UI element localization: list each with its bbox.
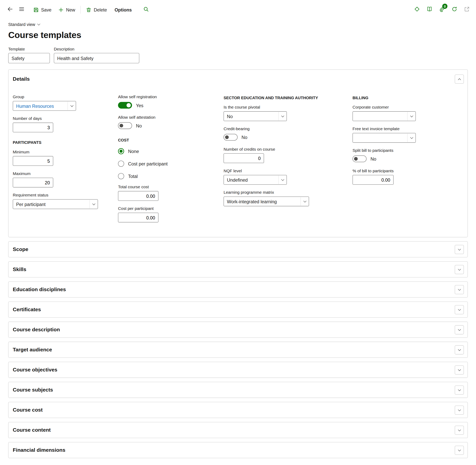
group-value: Human Resources — [16, 103, 54, 108]
save-button[interactable]: Save — [30, 4, 55, 16]
new-button[interactable]: New — [55, 4, 79, 16]
maximum-participants-input[interactable] — [13, 178, 53, 188]
bill-percentage-input[interactable] — [352, 175, 394, 185]
group-label: Group — [13, 95, 118, 99]
details-section: Details Group Human Resources Number of … — [8, 69, 468, 237]
allow-self-registration-label: Allow self registration — [118, 95, 224, 99]
refresh-button[interactable] — [451, 6, 457, 13]
open-in-new-window-button[interactable] — [464, 6, 470, 13]
learning-programme-matrix-combobox[interactable]: Work-integrated learning — [223, 196, 309, 206]
section-financial-dimensions[interactable]: Financial dimensions — [8, 442, 468, 458]
template-label: Template — [8, 47, 50, 51]
allow-self-attestation-toggle[interactable] — [118, 122, 132, 129]
description-label: Description — [54, 47, 139, 51]
expand-button[interactable] — [455, 425, 464, 435]
details-column-2: Allow self registration Yes Allow self a… — [118, 95, 224, 228]
section-course-cost[interactable]: Course cost — [8, 402, 468, 418]
diamond-button[interactable] — [414, 6, 420, 13]
credit-bearing-label: Credit-bearing — [223, 127, 352, 131]
search-button[interactable] — [140, 4, 152, 15]
allow-self-registration-toggle[interactable] — [118, 102, 132, 108]
section-course-objectives[interactable]: Course objectives — [8, 362, 468, 378]
minimum-participants-input[interactable] — [13, 156, 53, 166]
expand-button[interactable] — [455, 445, 464, 455]
allow-self-attestation-state: No — [136, 123, 142, 128]
diamond-icon — [414, 6, 420, 13]
expand-button[interactable] — [455, 285, 464, 294]
cost-option-per-participant-label: Cost per participant — [128, 161, 168, 166]
credit-bearing-state: No — [242, 135, 247, 140]
minimum-label: Minimum — [13, 150, 118, 154]
back-arrow-icon — [7, 6, 13, 13]
split-bill-toggle[interactable] — [352, 156, 367, 162]
credits-on-course-input[interactable] — [223, 153, 264, 163]
command-bar-right: 0 — [414, 6, 470, 13]
course-pivotal-value: No — [227, 114, 233, 119]
cost-per-participant-label: Cost per participant — [118, 206, 224, 211]
expand-button[interactable] — [455, 345, 464, 354]
expand-button[interactable] — [455, 325, 464, 334]
attachments-button[interactable]: 0 — [439, 6, 445, 13]
sitemap-menu-button[interactable] — [16, 4, 27, 15]
description-input[interactable] — [54, 53, 139, 63]
chevron-down-icon — [458, 448, 461, 451]
chevron-down-icon — [407, 134, 415, 142]
cost-option-none-radio[interactable]: None — [118, 147, 224, 155]
expand-button[interactable] — [455, 405, 464, 414]
free-text-invoice-template-label: Free text invoice template — [352, 127, 463, 131]
save-button-label: Save — [41, 7, 52, 12]
free-text-invoice-template-combobox[interactable] — [352, 133, 416, 143]
template-input[interactable] — [8, 53, 50, 63]
group-combobox[interactable]: Human Resources — [13, 101, 76, 111]
credit-bearing-toggle[interactable] — [223, 134, 238, 140]
section-scope[interactable]: Scope — [8, 241, 468, 257]
expand-button[interactable] — [455, 365, 464, 374]
delete-button[interactable]: Delete — [82, 4, 110, 16]
cost-per-participant-input[interactable] — [118, 213, 159, 222]
learning-programme-matrix-label: Learning programme matrix — [223, 190, 352, 195]
number-of-days-label: Number of days — [13, 116, 118, 121]
view-selector[interactable]: Standard view — [8, 22, 40, 27]
cost-option-per-participant-radio[interactable]: Cost per participant — [118, 160, 224, 168]
participants-group-header: PARTICIPANTS — [13, 140, 118, 145]
cost-group-header: COST — [118, 138, 224, 142]
trash-icon — [86, 7, 92, 13]
seta-group-header: SECTOR EDUCATION AND TRAINING AUTHORITY — [223, 95, 352, 100]
nqf-level-combobox[interactable]: Undefined — [223, 175, 287, 185]
section-course-subjects[interactable]: Course subjects — [8, 382, 468, 398]
chevron-down-icon — [458, 287, 461, 290]
corporate-customer-combobox[interactable] — [352, 111, 416, 121]
app-window: Save New Delete Options — [0, 0, 476, 465]
section-education-disciplines[interactable]: Education disciplines — [8, 281, 468, 298]
expand-button[interactable] — [455, 305, 464, 314]
total-course-cost-input[interactable] — [118, 191, 159, 201]
section-skills[interactable]: Skills — [8, 261, 468, 277]
number-of-days-input[interactable] — [13, 123, 53, 132]
cost-radio-group: None Cost per participant Total — [118, 147, 224, 180]
section-certificates[interactable]: Certificates — [8, 301, 468, 318]
expand-button[interactable] — [455, 245, 464, 254]
requirement-status-combobox[interactable]: Per participant — [13, 199, 98, 209]
expand-button[interactable] — [455, 265, 464, 274]
chevron-down-icon — [300, 197, 309, 206]
back-button[interactable] — [4, 4, 16, 15]
cost-option-total-radio[interactable]: Total — [118, 172, 224, 180]
options-tab[interactable]: Options — [110, 4, 136, 16]
expand-button[interactable] — [455, 385, 464, 394]
chevron-down-icon — [68, 102, 76, 110]
refresh-icon — [451, 6, 457, 13]
details-collapse-button[interactable] — [455, 74, 464, 84]
total-course-cost-label: Total course cost — [118, 185, 224, 189]
view-selector-label: Standard view — [8, 22, 35, 27]
bill-percentage-label: % of bill to participants — [352, 169, 463, 173]
section-course-content[interactable]: Course content — [8, 422, 468, 438]
chevron-down-icon — [37, 22, 40, 25]
course-pivotal-combobox[interactable]: No — [223, 111, 287, 121]
details-section-header: Details — [9, 70, 468, 84]
book-button[interactable] — [426, 6, 433, 13]
chevron-up-icon — [458, 78, 461, 81]
plus-icon — [58, 7, 64, 13]
corporate-customer-label: Corporate customer — [352, 105, 463, 109]
section-course-description[interactable]: Course description — [8, 322, 468, 338]
section-target-audience[interactable]: Target audience — [8, 342, 468, 358]
